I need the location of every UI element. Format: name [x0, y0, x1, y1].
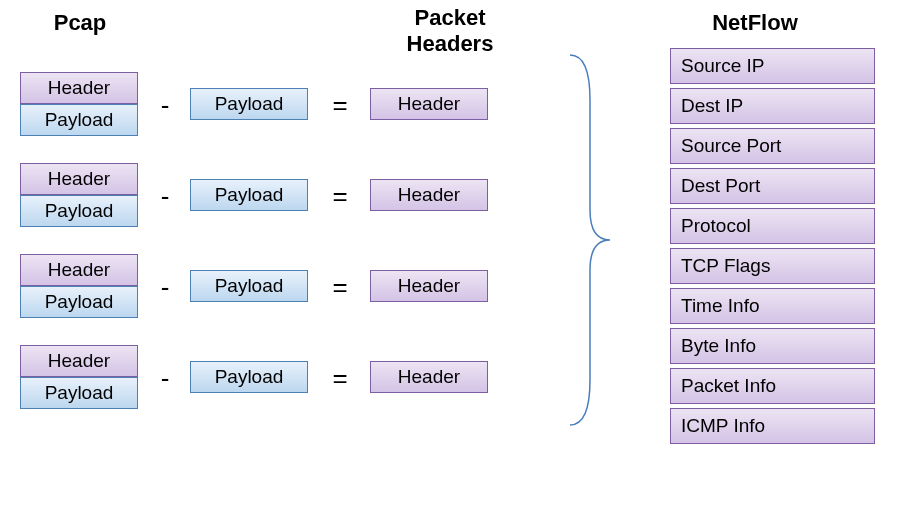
- subtracted-payload-box: Payload: [190, 88, 308, 120]
- packet-header-box: Header: [370, 179, 488, 211]
- netflow-field: Protocol: [670, 208, 875, 244]
- title-pcap: Pcap: [30, 10, 130, 36]
- packet-header-box: Header: [370, 270, 488, 302]
- netflow-field: Time Info: [670, 288, 875, 324]
- title-netflow: NetFlow: [680, 10, 830, 36]
- minus-op: -: [155, 363, 175, 394]
- minus-op: -: [155, 181, 175, 212]
- subtracted-payload-box: Payload: [190, 361, 308, 393]
- pcap-payload-box: Payload: [20, 195, 138, 227]
- equals-op: =: [330, 272, 350, 303]
- netflow-field: TCP Flags: [670, 248, 875, 284]
- equals-op: =: [330, 181, 350, 212]
- packet-header-box: Header: [370, 361, 488, 393]
- pcap-payload-box: Payload: [20, 377, 138, 409]
- equals-op: =: [330, 90, 350, 121]
- pcap-header-box: Header: [20, 345, 138, 377]
- netflow-field: Dest IP: [670, 88, 875, 124]
- pcap-payload-box: Payload: [20, 104, 138, 136]
- packet-header-box: Header: [370, 88, 488, 120]
- minus-op: -: [155, 90, 175, 121]
- title-packet-headers: Packet Headers: [380, 5, 520, 57]
- equals-op: =: [330, 363, 350, 394]
- netflow-field: Dest Port: [670, 168, 875, 204]
- netflow-field: Source Port: [670, 128, 875, 164]
- netflow-field: Byte Info: [670, 328, 875, 364]
- right-brace-icon: [560, 50, 620, 430]
- pcap-header-box: Header: [20, 72, 138, 104]
- subtracted-payload-box: Payload: [190, 179, 308, 211]
- subtracted-payload-box: Payload: [190, 270, 308, 302]
- minus-op: -: [155, 272, 175, 303]
- pcap-header-box: Header: [20, 163, 138, 195]
- netflow-field: Source IP: [670, 48, 875, 84]
- pcap-header-box: Header: [20, 254, 138, 286]
- netflow-field: ICMP Info: [670, 408, 875, 444]
- netflow-field: Packet Info: [670, 368, 875, 404]
- pcap-payload-box: Payload: [20, 286, 138, 318]
